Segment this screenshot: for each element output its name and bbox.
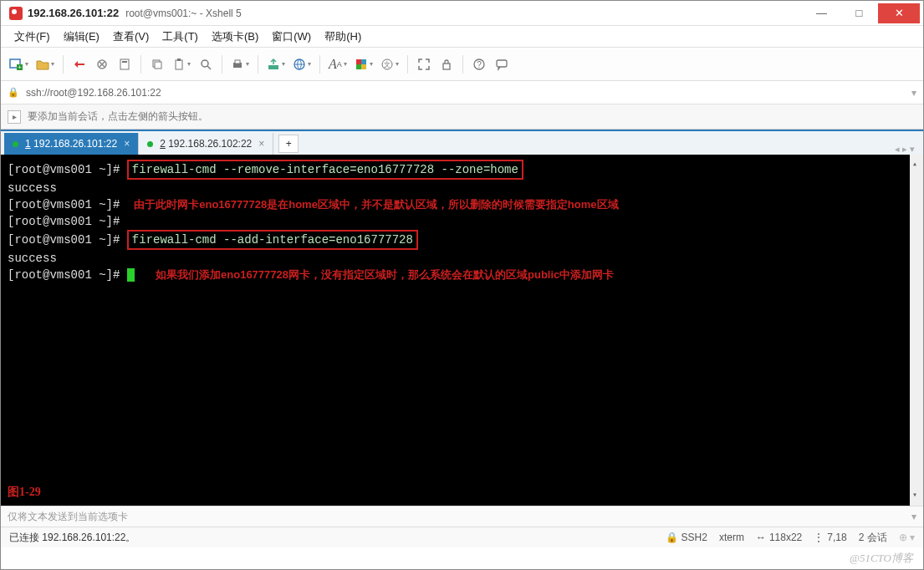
fullscreen-icon[interactable] — [414, 53, 434, 75]
toolbar-separator — [63, 55, 64, 74]
svg-text:+: + — [18, 64, 22, 71]
shell-prompt: [root@vms001 ~]# — [8, 198, 120, 211]
status-bar: 已连接 192.168.26.101:22。 🔒 SSH2 xterm ↔ 11… — [1, 527, 923, 547]
menu-edit[interactable]: 编辑(E) — [59, 26, 105, 48]
terminal-scrollbar[interactable] — [910, 155, 923, 506]
window-title-ip: 192.168.26.101:22 — [28, 7, 119, 19]
menu-view[interactable]: 查看(V) — [108, 26, 154, 48]
minimize-button[interactable]: — — [803, 3, 840, 23]
encoding-icon[interactable]: 文▾ — [378, 53, 401, 75]
menu-tools[interactable]: 工具(T) — [157, 26, 203, 48]
watermark-text: @51CTO博客 — [850, 551, 913, 566]
shell-prompt: [root@vms001 ~]# — [8, 233, 120, 247]
window-title-sub: root@vms001:~ - Xshell 5 — [125, 8, 242, 19]
send-dropdown-icon[interactable]: ▾ — [911, 511, 916, 522]
tab-close-icon[interactable]: × — [124, 138, 130, 150]
status-dot-icon — [147, 141, 153, 147]
lock-icon[interactable] — [436, 53, 457, 75]
figure-label: 图1-29 — [8, 484, 41, 501]
svg-rect-12 — [235, 60, 240, 64]
send-text-bar[interactable]: 仅将文本发送到当前选项卡 ▾ — [1, 506, 923, 527]
menu-file[interactable]: 文件(F) — [9, 26, 55, 48]
highlighted-command: firewall-cmd --remove-interface=eno16777… — [127, 160, 523, 180]
status-protocol: 🔒 SSH2 — [666, 532, 707, 543]
feedback-icon[interactable] — [492, 53, 512, 75]
toolbar-separator — [258, 55, 258, 74]
annotation-text: 由于此时网卡eno16777728是在home区域中，并不是默认区域，所以删除的… — [134, 198, 618, 211]
send-placeholder: 仅将文本发送到当前选项卡 — [8, 510, 128, 524]
status-connection: 已连接 192.168.26.101:22。 — [9, 531, 135, 545]
toolbar-separator — [319, 55, 320, 74]
tab-label: 2 192.168.26.102:22 — [160, 138, 252, 150]
server-props-icon[interactable] — [115, 53, 135, 75]
menu-help[interactable]: 帮助(H) — [319, 26, 366, 48]
terminal-pane[interactable]: [root@vms001 ~]# firewall-cmd --remove-i… — [1, 155, 923, 506]
svg-rect-8 — [176, 60, 182, 69]
menu-window[interactable]: 窗口(W) — [267, 26, 316, 48]
lock-small-icon: 🔒 — [8, 87, 19, 98]
svg-rect-15 — [356, 59, 361, 64]
annotation-text: 如果我们添加eno16777728网卡，没有指定区域时，那么系统会在默认的区域p… — [156, 268, 614, 281]
highlighted-command: firewall-cmd --add-interface=eno16777728 — [127, 230, 418, 250]
svg-rect-18 — [361, 64, 366, 69]
svg-point-10 — [202, 60, 208, 67]
svg-rect-7 — [155, 62, 161, 69]
add-session-arrow-button[interactable]: ▸ — [8, 110, 21, 124]
shell-prompt: [root@vms001 ~]# — [8, 215, 120, 228]
svg-text:文: 文 — [384, 61, 391, 69]
app-icon — [9, 7, 23, 20]
svg-rect-24 — [497, 60, 507, 67]
address-url: ssh://root@192.168.26.101:22 — [26, 87, 161, 99]
session-tab-strip: 1 192.168.26.101:22 × 2 192.168.26.102:2… — [1, 130, 923, 155]
status-grip-icon: ⊕ ▾ — [899, 532, 915, 543]
toolbar: +▾ ▾ ▾ ▾ ▾ ▾ AA▾ ▾ 文▾ ? — [1, 48, 923, 81]
help-icon[interactable]: ? — [469, 53, 489, 75]
svg-rect-21 — [443, 64, 450, 69]
new-session-icon[interactable]: +▾ — [6, 53, 31, 75]
status-session-count: 2 会话 — [859, 531, 887, 545]
status-cursor-pos: ⋮ 7,18 — [814, 532, 846, 543]
connect-icon[interactable] — [69, 53, 89, 75]
status-dot-icon — [13, 141, 18, 147]
search-icon[interactable] — [196, 53, 216, 75]
hint-bar: ▸ 要添加当前会话，点击左侧的箭头按钮。 — [1, 104, 923, 130]
menu-bar: 文件(F) 编辑(E) 查看(V) 工具(T) 选项卡(B) 窗口(W) 帮助(… — [1, 26, 923, 48]
print-icon[interactable]: ▾ — [228, 53, 252, 75]
disconnect-icon[interactable] — [92, 53, 112, 75]
tab-close-icon[interactable]: × — [258, 138, 264, 150]
font-icon[interactable]: AA▾ — [326, 53, 350, 75]
shell-prompt: [root@vms001 ~]# — [8, 163, 120, 176]
terminal-output: success — [8, 180, 916, 196]
paste-icon[interactable]: ▾ — [170, 53, 193, 75]
tab-label: 1 192.168.26.101:22 — [25, 138, 117, 150]
toolbar-separator — [222, 55, 222, 74]
browser-icon[interactable]: ▾ — [290, 53, 314, 75]
open-icon[interactable]: ▾ — [33, 53, 57, 75]
svg-rect-5 — [122, 61, 127, 63]
maximize-button[interactable]: □ — [840, 3, 878, 23]
shell-prompt: [root@vms001 ~]# — [8, 268, 120, 282]
terminal-output: success — [8, 250, 916, 267]
status-term-size: ↔ 118x22 — [756, 532, 802, 543]
toolbar-separator — [407, 55, 408, 74]
terminal-cursor — [127, 268, 135, 282]
address-dropdown-icon[interactable]: ▾ — [911, 87, 916, 99]
close-button[interactable]: ✕ — [878, 3, 920, 23]
window-titlebar: 192.168.26.101:22 root@vms001:~ - Xshell… — [1, 1, 923, 26]
svg-rect-17 — [356, 64, 361, 69]
ftp-icon[interactable]: ▾ — [264, 53, 288, 75]
toolbar-separator — [140, 55, 141, 74]
tab-session-1[interactable]: 1 192.168.26.101:22 × — [4, 133, 139, 155]
tab-add-button[interactable]: + — [278, 135, 299, 153]
menu-tabs[interactable]: 选项卡(B) — [207, 26, 263, 48]
svg-rect-4 — [120, 59, 129, 69]
tab-session-2[interactable]: 2 192.168.26.102:22 × — [139, 133, 273, 155]
svg-rect-16 — [361, 59, 366, 64]
copy-icon[interactable] — [147, 53, 167, 75]
color-scheme-icon[interactable]: ▾ — [352, 53, 375, 75]
svg-rect-9 — [177, 59, 181, 61]
address-bar[interactable]: 🔒 ssh://root@192.168.26.101:22 ▾ — [1, 81, 923, 104]
hint-text: 要添加当前会话，点击左侧的箭头按钮。 — [28, 109, 208, 124]
tab-nav-arrows[interactable]: ◂ ▸ ▾ — [890, 144, 920, 155]
status-term-type: xterm — [719, 532, 744, 543]
